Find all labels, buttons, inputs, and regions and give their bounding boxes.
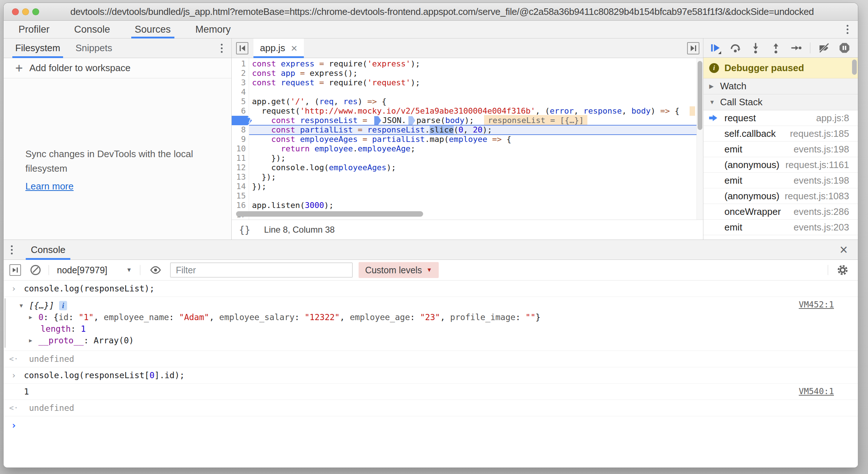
- tab-console-drawer[interactable]: Console: [26, 240, 70, 260]
- code-token: body: [631, 106, 650, 115]
- resume-button[interactable]: [708, 41, 722, 54]
- tab-filesystem[interactable]: Filesystem: [12, 38, 64, 58]
- info-badge-icon[interactable]: i: [59, 301, 67, 310]
- pause-on-exceptions-button[interactable]: [838, 41, 851, 54]
- console-prompt-row[interactable]: ›: [4, 416, 858, 434]
- learn-more-link[interactable]: Learn more: [25, 181, 74, 192]
- editor-vertical-scrollbar[interactable]: [697, 58, 703, 220]
- code-editor[interactable]: 1234567891011121314151617 const express …: [232, 58, 703, 220]
- pretty-print-icon[interactable]: {}: [239, 224, 250, 235]
- callstack-frame[interactable]: (anonymous)request.js:1083: [703, 188, 858, 204]
- add-folder-button[interactable]: + Add folder to workspace: [4, 58, 231, 78]
- code-line[interactable]: });: [249, 172, 703, 182]
- step-location-marker-icon[interactable]: [408, 116, 415, 125]
- tab-sources[interactable]: Sources: [125, 21, 181, 38]
- drawer-menu-icon[interactable]: [11, 245, 13, 254]
- custom-levels-dropdown[interactable]: Custom levels ▼: [359, 262, 439, 278]
- frame-location[interactable]: request.js:1083: [785, 191, 849, 202]
- frame-location[interactable]: events.js:198: [794, 144, 849, 155]
- line-number[interactable]: 10: [232, 144, 249, 154]
- source-location-link[interactable]: VM452:1: [799, 300, 834, 309]
- close-tab-icon[interactable]: ×: [291, 43, 297, 54]
- call-stack-section-header[interactable]: ▼ Call Stack: [703, 94, 858, 110]
- callstack-frame[interactable]: self.callbackrequest.js:185: [703, 126, 858, 142]
- callstack-frame[interactable]: emitevents.js:198: [703, 173, 858, 188]
- code-line[interactable]: const app = express();: [249, 69, 703, 78]
- code-line[interactable]: [249, 87, 703, 97]
- frame-location[interactable]: events.js:286: [794, 206, 849, 217]
- callstack-frame[interactable]: emitevents.js:198: [703, 142, 858, 157]
- line-number[interactable]: 8: [232, 125, 249, 135]
- code-line[interactable]: });: [249, 182, 703, 191]
- code-line[interactable]: const partialList = responseList.slice(0…: [249, 125, 703, 135]
- line-number[interactable]: 4: [232, 87, 249, 97]
- line-number[interactable]: 16: [232, 201, 249, 210]
- step-out-button[interactable]: [769, 41, 782, 54]
- step-into-button[interactable]: [749, 41, 762, 54]
- filter-input[interactable]: [170, 262, 353, 278]
- tab-snippets[interactable]: Snippets: [72, 38, 116, 58]
- minimize-window-button[interactable]: [22, 8, 29, 15]
- show-debugger-sidebar-icon[interactable]: [687, 42, 699, 54]
- code-line[interactable]: app.get('/', (req, res) => {: [249, 97, 703, 106]
- frame-location[interactable]: app.js:8: [816, 113, 849, 124]
- expand-closed-icon[interactable]: ▶: [29, 337, 38, 344]
- code-line[interactable]: return employee.employeeAge;: [249, 144, 703, 154]
- clear-console-icon[interactable]: [30, 265, 41, 275]
- code-line[interactable]: const express = require('express');: [249, 59, 703, 69]
- frame-location[interactable]: request.js:185: [790, 128, 849, 139]
- code-line[interactable]: request('http://www.mocky.io/v2/5e1a9abe…: [249, 106, 703, 116]
- callstack-frame[interactable]: (anonymous)request.js:1161: [703, 157, 858, 173]
- code-line[interactable]: app.listen(3000);: [249, 201, 703, 210]
- tab-console[interactable]: Console: [65, 21, 120, 38]
- callstack-frame[interactable]: requestapp.js:8: [703, 110, 858, 126]
- code-line[interactable]: [249, 191, 703, 201]
- line-number[interactable]: 1: [232, 59, 249, 69]
- line-number[interactable]: 13: [232, 172, 249, 182]
- line-number[interactable]: 15: [232, 191, 249, 201]
- line-number[interactable]: 9: [232, 135, 249, 144]
- file-tab-appjs[interactable]: app.js ×: [253, 38, 304, 58]
- expand-closed-icon[interactable]: ▶: [29, 314, 38, 320]
- close-window-button[interactable]: [12, 8, 19, 15]
- frame-location[interactable]: events.js:198: [794, 175, 849, 186]
- line-number[interactable]: 2: [232, 69, 249, 78]
- frame-location[interactable]: request.js:1161: [785, 159, 849, 171]
- code-line[interactable]: const employeeAges = partialList.map(emp…: [249, 135, 703, 144]
- line-number[interactable]: 6: [232, 106, 249, 116]
- tab-profiler[interactable]: Profiler: [9, 21, 59, 38]
- code-line[interactable]: console.log(employeeAges);: [249, 163, 703, 172]
- javascript-context-selector[interactable]: node[97979] ▼: [57, 265, 132, 275]
- code-line[interactable]: const responseList = JSON.parse(body);re…: [249, 116, 703, 125]
- tab-memory[interactable]: Memory: [186, 21, 241, 38]
- title-bar[interactable]: devtools://devtools/bundled/js_app.html?…: [4, 3, 858, 21]
- console-messages[interactable]: ›console.log(responseList);VM452:1▼[{…}]…: [4, 281, 858, 467]
- line-number[interactable]: 14: [232, 182, 249, 191]
- callstack-frame[interactable]: onceWrapperevents.js:286: [703, 204, 858, 220]
- line-number[interactable]: 11: [232, 154, 249, 163]
- code-line[interactable]: const request = require('request');: [249, 78, 703, 87]
- editor-horizontal-scrollbar[interactable]: [236, 211, 423, 217]
- show-console-sidebar-icon[interactable]: [9, 264, 21, 276]
- callstack-frame[interactable]: emitevents.js:203: [703, 220, 858, 235]
- main-menu-icon[interactable]: [847, 25, 848, 34]
- step-button[interactable]: [790, 41, 803, 54]
- source-location-link[interactable]: VM540:1: [799, 387, 834, 396]
- deactivate-breakpoints-button[interactable]: [818, 41, 831, 54]
- hide-navigator-icon[interactable]: [236, 42, 248, 54]
- live-expression-eye-icon[interactable]: [149, 263, 162, 277]
- line-number[interactable]: 12: [232, 163, 249, 172]
- line-number[interactable]: 5: [232, 97, 249, 106]
- navigator-menu-icon[interactable]: [221, 44, 223, 53]
- step-location-marker-icon[interactable]: [374, 116, 381, 125]
- sidebar-scrollbar[interactable]: [852, 60, 857, 75]
- expand-open-icon[interactable]: ▼: [20, 302, 29, 309]
- console-settings-gear-icon[interactable]: [835, 263, 850, 277]
- code-line[interactable]: });: [249, 154, 703, 163]
- watch-section-header[interactable]: ▶ Watch: [703, 78, 858, 94]
- zoom-window-button[interactable]: [32, 8, 39, 15]
- line-number[interactable]: 3: [232, 78, 249, 87]
- close-drawer-icon[interactable]: ×: [840, 243, 848, 257]
- step-over-button[interactable]: [729, 41, 742, 54]
- frame-location[interactable]: events.js:203: [794, 222, 849, 233]
